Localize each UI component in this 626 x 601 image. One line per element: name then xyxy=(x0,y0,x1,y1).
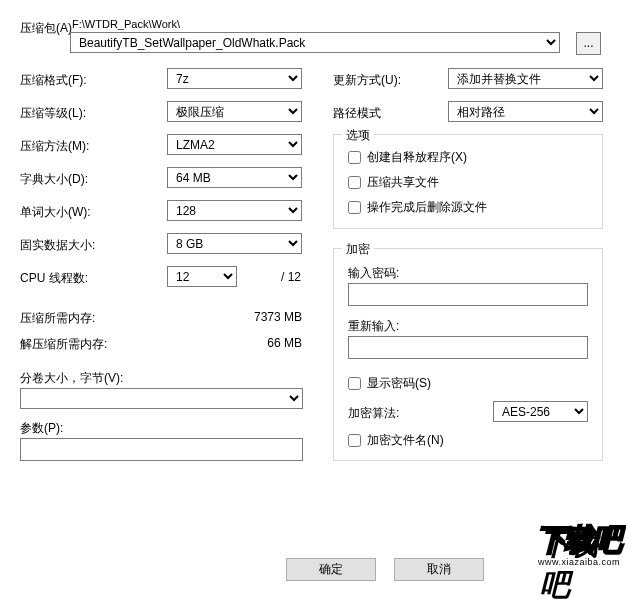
dict-select[interactable]: 64 MB xyxy=(167,167,302,188)
archive-path-text: F:\WTDR_Pack\Work\ xyxy=(72,18,180,30)
options-title: 选项 xyxy=(342,127,374,144)
threads-max: / 12 xyxy=(275,270,301,284)
dict-label: 字典大小(D): xyxy=(20,171,88,188)
repassword-input[interactable] xyxy=(348,336,588,359)
mem-decompress-label: 解压缩所需内存: xyxy=(20,336,107,353)
word-select[interactable]: 128 xyxy=(167,200,302,221)
archive-filename-select[interactable]: BeautifyTB_SetWallpaper_OldWhatk.Pack xyxy=(70,32,560,53)
update-label: 更新方式(U): xyxy=(333,72,401,89)
volume-select[interactable] xyxy=(20,388,303,409)
format-select[interactable]: 7z xyxy=(167,68,302,89)
cancel-button[interactable]: 取消 xyxy=(394,558,484,581)
encrypt-title: 加密 xyxy=(342,241,374,258)
show-password-checkbox[interactable]: 显示密码(S) xyxy=(348,375,431,392)
word-label: 单词大小(W): xyxy=(20,204,91,221)
show-password-checkbox-label: 显示密码(S) xyxy=(367,375,431,392)
shared-checkbox-label: 压缩共享文件 xyxy=(367,174,439,191)
shared-checkbox[interactable]: 压缩共享文件 xyxy=(348,174,439,191)
mem-compress-label: 压缩所需内存: xyxy=(20,310,95,327)
password-input[interactable] xyxy=(348,283,588,306)
solid-select[interactable]: 8 GB xyxy=(167,233,302,254)
mem-compress-value: 7373 MB xyxy=(230,310,302,324)
method-select[interactable]: LZMA2 xyxy=(167,134,302,155)
watermark: 下载吧 下载吧 www.xiazaiba.com xyxy=(536,520,620,567)
volume-label: 分卷大小，字节(V): xyxy=(20,370,123,387)
enc-method-select[interactable]: AES-256 xyxy=(493,401,588,422)
threads-label: CPU 线程数: xyxy=(20,270,88,287)
format-label: 压缩格式(F): xyxy=(20,72,87,89)
params-input[interactable] xyxy=(20,438,303,461)
mem-decompress-value: 66 MB xyxy=(230,336,302,350)
sfx-checkbox[interactable]: 创建自释放程序(X) xyxy=(348,149,467,166)
archive-label: 压缩包(A) xyxy=(20,20,72,37)
ok-button[interactable]: 确定 xyxy=(286,558,376,581)
delete-after-checkbox-label: 操作完成后删除源文件 xyxy=(367,199,487,216)
sfx-checkbox-label: 创建自释放程序(X) xyxy=(367,149,467,166)
solid-label: 固实数据大小: xyxy=(20,237,95,254)
enc-method-label: 加密算法: xyxy=(348,405,399,422)
level-select[interactable]: 极限压缩 xyxy=(167,101,302,122)
delete-after-checkbox[interactable]: 操作完成后删除源文件 xyxy=(348,199,487,216)
method-label: 压缩方法(M): xyxy=(20,138,89,155)
browse-button[interactable]: ... xyxy=(576,32,601,55)
path-mode-label: 路径模式 xyxy=(333,105,381,122)
repassword-label: 重新输入: xyxy=(348,318,399,335)
encrypt-names-checkbox-label: 加密文件名(N) xyxy=(367,432,444,449)
threads-select[interactable]: 12 xyxy=(167,266,237,287)
level-label: 压缩等级(L): xyxy=(20,105,86,122)
encrypt-names-checkbox[interactable]: 加密文件名(N) xyxy=(348,432,444,449)
password-label: 输入密码: xyxy=(348,265,399,282)
params-label: 参数(P): xyxy=(20,420,63,437)
update-select[interactable]: 添加并替换文件 xyxy=(448,68,603,89)
path-mode-select[interactable]: 相对路径 xyxy=(448,101,603,122)
